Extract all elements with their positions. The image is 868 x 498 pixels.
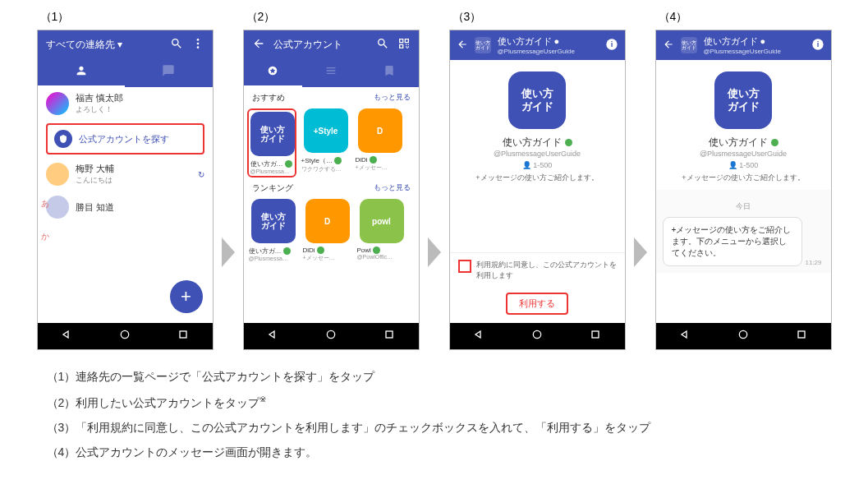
section-title: ランキング — [252, 182, 293, 194]
qr-icon[interactable] — [397, 37, 411, 53]
search-icon[interactable] — [170, 37, 183, 53]
find-official-label: 公式アカウントを探す — [79, 133, 169, 145]
tab-star[interactable] — [244, 59, 302, 87]
follower-icon: 👤 — [728, 161, 740, 169]
official-account-card[interactable]: 使い方 ガイド 使い方ガ… @Plusmessa… — [247, 108, 296, 178]
avatar — [46, 196, 69, 219]
tab-messages[interactable] — [125, 59, 213, 87]
verified-icon — [373, 247, 380, 254]
refresh-icon[interactable]: ↻ — [198, 170, 204, 179]
card-title: 使い方ガ… — [250, 159, 283, 168]
tabs-1 — [38, 59, 213, 87]
stage-2: （2） 公式アカウント おすすめ もっと見る 使い方 ガ — [243, 10, 420, 350]
appbar-1: すべての連絡先 ▾ — [38, 30, 213, 59]
stage-4-label: （4） — [659, 10, 688, 25]
verified-icon — [370, 156, 377, 164]
contact-row[interactable]: 梅野 大輔 こんにちは ↻ — [38, 158, 213, 191]
chat-header: 使い方 ガイド 使い方ガイド ● @PlusmessageUserGuide i — [656, 30, 831, 60]
official-account-card[interactable]: powl Powl @PowlOffic… — [357, 199, 406, 262]
back-icon[interactable] — [663, 39, 674, 52]
back-icon[interactable] — [457, 39, 468, 52]
content-2: おすすめ もっと見る 使い方 ガイド 使い方ガ… @Plusmessa… +St… — [244, 87, 419, 323]
profile-id: @PlusmessageUserGuide — [457, 150, 618, 158]
tab-contacts[interactable] — [38, 59, 126, 87]
nav-home-icon[interactable] — [737, 328, 750, 344]
find-official-account-button[interactable]: 公式アカウントを探す — [46, 123, 204, 154]
nav-home-icon[interactable] — [118, 328, 131, 344]
see-more-link[interactable]: もっと見る — [374, 182, 411, 194]
svg-point-0 — [196, 39, 199, 41]
nav-home-icon[interactable] — [324, 328, 338, 344]
verified-icon — [565, 139, 572, 146]
contact-row[interactable]: 勝目 知道 — [38, 191, 213, 224]
profile-logo: 使い方 ガイド — [714, 71, 772, 129]
index-letter[interactable]: あ — [41, 198, 49, 210]
contact-row[interactable]: 福吉 慎太郎 よろしく！ — [38, 87, 213, 120]
search-icon[interactable] — [376, 37, 389, 53]
profile-block: 使い方 ガイド 使い方ガイド @PlusmessageUserGuide 👤 1… — [450, 60, 625, 190]
index-letter[interactable]: か — [41, 231, 49, 242]
svg-point-2 — [196, 46, 199, 48]
stage-3-label: （3） — [452, 10, 482, 25]
caption-2: （2）利用したい公式アカウントをタップ — [47, 396, 260, 409]
nav-back-icon[interactable] — [266, 328, 279, 344]
card-thumb: D — [358, 108, 402, 153]
phone-2: 公式アカウント おすすめ もっと見る 使い方 ガイド 使い方ガ… — [243, 30, 420, 350]
phone-1: すべての連絡先 ▾ 福吉 慎太郎 よろしく！ 公式アカウントを — [37, 30, 214, 350]
android-navbar — [450, 323, 625, 349]
fab-add[interactable]: + — [170, 280, 203, 313]
verified-icon — [285, 160, 292, 168]
back-icon[interactable] — [252, 37, 265, 53]
ranking-row: 使い方 ガイド 使い方ガ… @Plusmessa… D DiDi +メッセー… … — [244, 199, 419, 262]
verified-icon — [317, 247, 324, 254]
more-icon[interactable] — [191, 37, 204, 53]
svg-point-6 — [327, 330, 334, 338]
verified-icon — [334, 157, 342, 164]
nav-recent-icon[interactable] — [589, 328, 602, 344]
nav-back-icon[interactable] — [60, 328, 73, 344]
profile-block: 使い方 ガイド 使い方ガイド @PlusmessageUserGuide 👤 1… — [656, 60, 831, 190]
tab-bookmark-icon[interactable] — [361, 59, 419, 87]
page-title: 公式アカウント — [273, 38, 368, 52]
info-icon[interactable]: i — [811, 38, 824, 53]
official-account-card[interactable]: D DiDi +メッセー… — [303, 199, 352, 262]
card-sub: +メッセー… — [303, 254, 352, 262]
svg-text:i: i — [816, 40, 819, 48]
nav-recent-icon[interactable] — [177, 328, 190, 344]
card-title: DiDi — [356, 156, 368, 164]
info-icon[interactable]: i — [605, 38, 618, 53]
profile-name: 使い方ガイド — [709, 136, 768, 150]
official-account-card[interactable]: D DiDi +メッセー… — [356, 108, 405, 178]
svg-point-14 — [739, 330, 746, 338]
svg-point-10 — [533, 330, 540, 338]
tab-list-icon[interactable] — [302, 59, 361, 87]
svg-point-1 — [196, 43, 199, 45]
contact-sub: こんにちは — [76, 175, 114, 186]
agree-checkbox[interactable] — [458, 260, 471, 273]
title-dropdown[interactable]: すべての連絡先 ▾ — [46, 38, 162, 52]
svg-text:i: i — [610, 40, 613, 48]
avatar — [46, 92, 69, 115]
follower-icon: 👤 — [522, 161, 534, 169]
card-sub: ワクワクする… — [301, 165, 351, 173]
card-sub: @PowlOffic… — [357, 254, 406, 260]
nav-recent-icon[interactable] — [795, 328, 808, 344]
see-more-link[interactable]: もっと見る — [374, 92, 411, 104]
contact-name: 福吉 慎太郎 — [76, 92, 123, 104]
day-label: 今日 — [663, 201, 824, 212]
content-3: 使い方 ガイド 使い方ガイド @PlusmessageUserGuide 👤 1… — [450, 60, 625, 323]
stage-1: （1） すべての連絡先 ▾ 福吉 慎太郎 よろしく！ — [37, 10, 214, 350]
android-navbar — [656, 323, 831, 349]
caption-4: （4）公式アカウントのメッセージ画面が開きます。 — [47, 445, 318, 459]
header-sub: @PlusmessageUserGuide — [704, 48, 805, 55]
official-account-card[interactable]: 使い方 ガイド 使い方ガ… @Plusmessa… — [249, 199, 298, 262]
use-button[interactable]: 利用する — [506, 293, 568, 315]
nav-back-icon[interactable] — [472, 328, 485, 344]
nav-recent-icon[interactable] — [383, 328, 396, 344]
header-thumb: 使い方 ガイド — [681, 37, 697, 53]
nav-back-icon[interactable] — [678, 328, 691, 344]
nav-home-icon[interactable] — [530, 328, 544, 344]
official-account-card[interactable]: +Style +Style（… ワクワクする… — [301, 108, 351, 178]
caption-2-note: ※ — [259, 394, 266, 403]
caption-3: （3）「利用規約に同意し、この公式アカウントを利用します」のチェックボックスを入… — [47, 421, 651, 434]
